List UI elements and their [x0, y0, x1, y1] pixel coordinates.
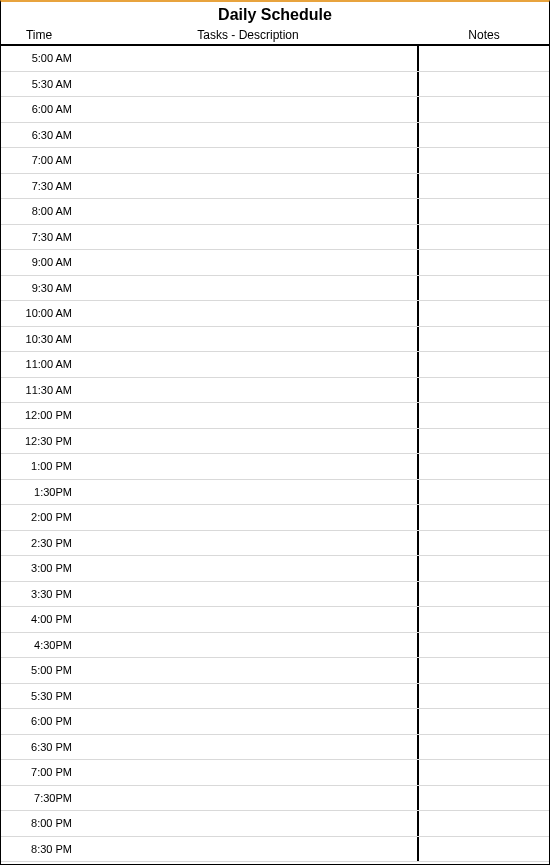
notes-cell: [419, 811, 549, 836]
schedule-row: 5:30 AM: [1, 72, 549, 98]
time-cell: 4:00 PM: [1, 613, 77, 625]
tasks-cell: [77, 735, 419, 760]
schedule-row: 4:30PM: [1, 633, 549, 659]
tasks-cell: [77, 72, 419, 97]
tasks-cell: [77, 505, 419, 530]
schedule-row: 6:30 PM: [1, 735, 549, 761]
time-cell: 5:00 AM: [1, 52, 77, 64]
notes-cell: [419, 250, 549, 275]
notes-cell: [419, 72, 549, 97]
schedule-row: 7:00 AM: [1, 148, 549, 174]
tasks-cell: [77, 684, 419, 709]
time-cell: 11:00 AM: [1, 358, 77, 370]
tasks-cell: [77, 403, 419, 428]
tasks-cell: [77, 97, 419, 122]
notes-cell: [419, 454, 549, 479]
notes-cell: [419, 531, 549, 556]
schedule-row: 7:30 AM: [1, 174, 549, 200]
tasks-cell: [77, 225, 419, 250]
time-cell: 12:30 PM: [1, 435, 77, 447]
tasks-cell: [77, 531, 419, 556]
schedule-row: 11:00 AM: [1, 352, 549, 378]
schedule-row: 12:30 PM: [1, 429, 549, 455]
schedule-row: 3:00 PM: [1, 556, 549, 582]
tasks-cell: [77, 633, 419, 658]
time-cell: 2:00 PM: [1, 511, 77, 523]
notes-cell: [419, 301, 549, 326]
schedule-row: 12:00 PM: [1, 403, 549, 429]
time-cell: 7:30PM: [1, 792, 77, 804]
schedule-row: 8:00 AM: [1, 199, 549, 225]
schedule-row: 9:00 AM: [1, 250, 549, 276]
schedule-row: 5:00 PM: [1, 658, 549, 684]
header-row: Time Tasks - Description Notes: [1, 26, 549, 46]
header-time: Time: [1, 26, 77, 44]
schedule-row: 7:00 PM: [1, 760, 549, 786]
tasks-cell: [77, 429, 419, 454]
schedule-row: 7:30 AM: [1, 225, 549, 251]
notes-cell: [419, 276, 549, 301]
rows-container: 5:00 AM5:30 AM6:00 AM6:30 AM7:00 AM7:30 …: [1, 46, 549, 862]
schedule-row: 7:30PM: [1, 786, 549, 812]
notes-cell: [419, 174, 549, 199]
notes-cell: [419, 225, 549, 250]
notes-cell: [419, 556, 549, 581]
notes-cell: [419, 505, 549, 530]
notes-cell: [419, 760, 549, 785]
schedule-row: 8:00 PM: [1, 811, 549, 837]
tasks-cell: [77, 327, 419, 352]
time-cell: 7:00 PM: [1, 766, 77, 778]
notes-cell: [419, 327, 549, 352]
tasks-cell: [77, 556, 419, 581]
schedule-row: 1:30PM: [1, 480, 549, 506]
schedule-container: Daily Schedule Time Tasks - Description …: [0, 0, 550, 865]
time-cell: 6:30 AM: [1, 129, 77, 141]
page-title: Daily Schedule: [1, 2, 549, 26]
tasks-cell: [77, 709, 419, 734]
schedule-row: 4:00 PM: [1, 607, 549, 633]
tasks-cell: [77, 582, 419, 607]
time-cell: 7:30 AM: [1, 180, 77, 192]
time-cell: 7:30 AM: [1, 231, 77, 243]
tasks-cell: [77, 352, 419, 377]
time-cell: 7:00 AM: [1, 154, 77, 166]
time-cell: 5:00 PM: [1, 664, 77, 676]
tasks-cell: [77, 378, 419, 403]
tasks-cell: [77, 148, 419, 173]
notes-cell: [419, 837, 549, 862]
time-cell: 9:30 AM: [1, 282, 77, 294]
tasks-cell: [77, 123, 419, 148]
notes-cell: [419, 480, 549, 505]
time-cell: 12:00 PM: [1, 409, 77, 421]
time-cell: 8:00 PM: [1, 817, 77, 829]
notes-cell: [419, 607, 549, 632]
tasks-cell: [77, 480, 419, 505]
tasks-cell: [77, 454, 419, 479]
schedule-row: 11:30 AM: [1, 378, 549, 404]
time-cell: 10:00 AM: [1, 307, 77, 319]
schedule-row: 10:00 AM: [1, 301, 549, 327]
time-cell: 6:30 PM: [1, 741, 77, 753]
tasks-cell: [77, 174, 419, 199]
tasks-cell: [77, 786, 419, 811]
time-cell: 6:00 AM: [1, 103, 77, 115]
time-cell: 10:30 AM: [1, 333, 77, 345]
tasks-cell: [77, 199, 419, 224]
schedule-row: 8:30 PM: [1, 837, 549, 863]
schedule-row: 2:30 PM: [1, 531, 549, 557]
header-notes: Notes: [419, 26, 549, 44]
time-cell: 8:00 AM: [1, 205, 77, 217]
header-tasks: Tasks - Description: [77, 26, 419, 44]
notes-cell: [419, 582, 549, 607]
time-cell: 8:30 PM: [1, 843, 77, 855]
time-cell: 5:30 PM: [1, 690, 77, 702]
notes-cell: [419, 352, 549, 377]
schedule-row: 10:30 AM: [1, 327, 549, 353]
notes-cell: [419, 735, 549, 760]
notes-cell: [419, 199, 549, 224]
schedule-row: 2:00 PM: [1, 505, 549, 531]
tasks-cell: [77, 760, 419, 785]
notes-cell: [419, 148, 549, 173]
tasks-cell: [77, 837, 419, 862]
time-cell: 1:00 PM: [1, 460, 77, 472]
